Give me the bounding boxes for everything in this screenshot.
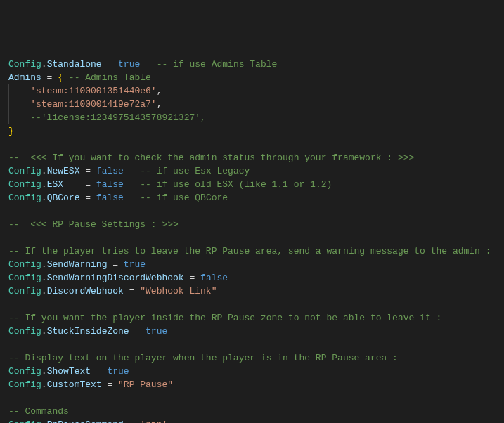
token-punct: . <box>41 179 47 190</box>
token-punct: = <box>79 166 96 176</box>
token-obj: Config <box>8 379 41 390</box>
token-punct: , <box>157 99 162 110</box>
token-prop: ESX <box>47 179 63 190</box>
token-prop: RpPauseCommand <box>47 419 124 423</box>
code-line[interactable] <box>8 298 496 311</box>
token-bool: false <box>200 273 228 283</box>
token-prop: CustomText <box>47 379 102 390</box>
token-obj: Config <box>8 179 41 190</box>
token-comment: -- if use QBCore <box>124 193 228 203</box>
code-line[interactable]: Config.Standalone = true -- if use Admin… <box>8 58 496 71</box>
token-punct: = <box>41 72 58 83</box>
token-punct: . <box>41 259 47 270</box>
token-str: "Webhook Link" <box>140 286 217 297</box>
token-bool: false <box>96 179 124 190</box>
token-bool: true <box>124 259 146 270</box>
token-prop: ShowText <box>47 366 91 377</box>
token-obj: Config <box>8 273 41 283</box>
token-punct: = <box>124 419 140 423</box>
token-punct: , <box>157 86 162 96</box>
token-punct: . <box>41 419 47 423</box>
token-prop: NewESX <box>47 166 80 176</box>
token-bool: false <box>96 166 124 176</box>
code-editor[interactable]: Config.Standalone = true -- if use Admin… <box>8 58 496 423</box>
token-comment: -- Admins Table <box>63 72 151 83</box>
code-line[interactable]: Admins = { -- Admins Table <box>8 71 496 84</box>
token-punct: . <box>41 166 47 176</box>
token-punct: . <box>41 326 47 337</box>
token-obj: Config <box>8 366 41 377</box>
token-prop: Admins <box>8 72 41 83</box>
token-punct: = <box>91 366 107 377</box>
code-line[interactable]: Config.NewESX = false -- if use Esx Lega… <box>8 164 496 178</box>
token-punct: = <box>184 273 200 283</box>
token-bool: true <box>146 326 167 337</box>
code-line[interactable]: } <box>8 124 496 138</box>
code-line[interactable]: Config.SendWarning = true <box>8 258 496 271</box>
token-obj: Config <box>8 286 41 297</box>
token-comment: -- <<< RP Pause Settings : >>> <box>8 219 179 230</box>
token-punct: . <box>41 286 47 297</box>
token-punct: = <box>102 379 118 390</box>
token-comment: -- if use old ESX (like 1.1 or 1.2) <box>124 179 332 190</box>
code-line[interactable]: Config.DiscordWebhook = "Webhook Link" <box>8 285 496 298</box>
code-line[interactable]: -- If the player tries to leave the RP P… <box>8 245 496 258</box>
code-line[interactable] <box>8 338 496 351</box>
token-obj: Config <box>8 419 41 423</box>
token-brace: } <box>8 126 14 136</box>
token-str: 'steam:1100001419e72a7' <box>30 99 156 110</box>
code-line[interactable] <box>8 138 496 151</box>
code-line[interactable]: Config.ShowText = true <box>8 365 496 378</box>
token-str: 'steam:1100001351440e6' <box>30 86 156 96</box>
token-prop: SendWarningDiscordWebhook <box>47 273 184 283</box>
code-line[interactable]: Config.CustomText = "RP Pause" <box>8 378 496 391</box>
token-str: 'rpp' <box>140 419 167 423</box>
code-line[interactable]: -- If you want the player inside the RP … <box>8 311 496 325</box>
token-punct: . <box>41 366 47 377</box>
token-prop: DiscordWebhook <box>47 286 124 297</box>
token-comment: --'license:1234975143578921327', <box>30 112 206 123</box>
token-punct: = <box>79 193 96 203</box>
token-punct: = <box>107 259 123 270</box>
code-line[interactable]: -- Commands <box>8 405 496 418</box>
token-comment: -- Commands <box>8 406 69 417</box>
token-obj: Config <box>8 193 41 203</box>
token-prop: Standalone <box>47 59 102 70</box>
code-line[interactable] <box>8 204 496 218</box>
token-obj: Config <box>8 259 41 270</box>
code-line[interactable]: --'license:1234975143578921327', <box>8 111 496 124</box>
token-prop: StuckInsideZone <box>47 326 129 337</box>
token-bool: true <box>118 59 140 70</box>
token-str: "RP Pause" <box>118 379 173 390</box>
code-line[interactable]: Config.RpPauseCommand = 'rpp' <box>8 418 496 423</box>
code-line[interactable]: 'steam:1100001419e72a7', <box>8 98 496 111</box>
code-line[interactable]: Config.StuckInsideZone = true <box>8 325 496 338</box>
token-punct: = <box>124 286 140 297</box>
token-punct: . <box>41 273 47 283</box>
token-punct: = <box>102 59 118 70</box>
token-obj: Config <box>8 166 41 176</box>
token-punct: . <box>41 193 47 203</box>
code-line[interactable] <box>8 391 496 405</box>
token-comment: -- <<< If you want to check the admin st… <box>8 152 414 163</box>
token-comment: -- if use Esx Legacy <box>124 166 250 176</box>
token-comment: -- If the player tries to leave the RP P… <box>8 246 491 256</box>
code-line[interactable]: Config.QBCore = false -- if use QBCore <box>8 191 496 204</box>
token-obj: Config <box>8 59 41 70</box>
token-punct: . <box>41 379 47 390</box>
token-punct: = <box>129 326 146 337</box>
token-comment: -- if use Admins Table <box>140 59 277 70</box>
token-bool: false <box>96 193 124 203</box>
code-line[interactable]: Config.SendWarningDiscordWebhook = false <box>8 271 496 285</box>
token-brace: { <box>58 72 63 83</box>
token-bool: true <box>107 366 129 377</box>
token-comment: -- Display text on the player when the p… <box>8 353 398 363</box>
token-obj: Config <box>8 326 41 337</box>
code-line[interactable]: Config.ESX = false -- if use old ESX (li… <box>8 178 496 191</box>
code-line[interactable]: 'steam:1100001351440e6', <box>8 84 496 98</box>
code-line[interactable] <box>8 231 496 245</box>
code-line[interactable]: -- <<< If you want to check the admin st… <box>8 151 496 164</box>
code-line[interactable]: -- Display text on the player when the p… <box>8 351 496 365</box>
code-line[interactable]: -- <<< RP Pause Settings : >>> <box>8 218 496 231</box>
token-comment: -- If you want the player inside the RP … <box>8 313 441 323</box>
